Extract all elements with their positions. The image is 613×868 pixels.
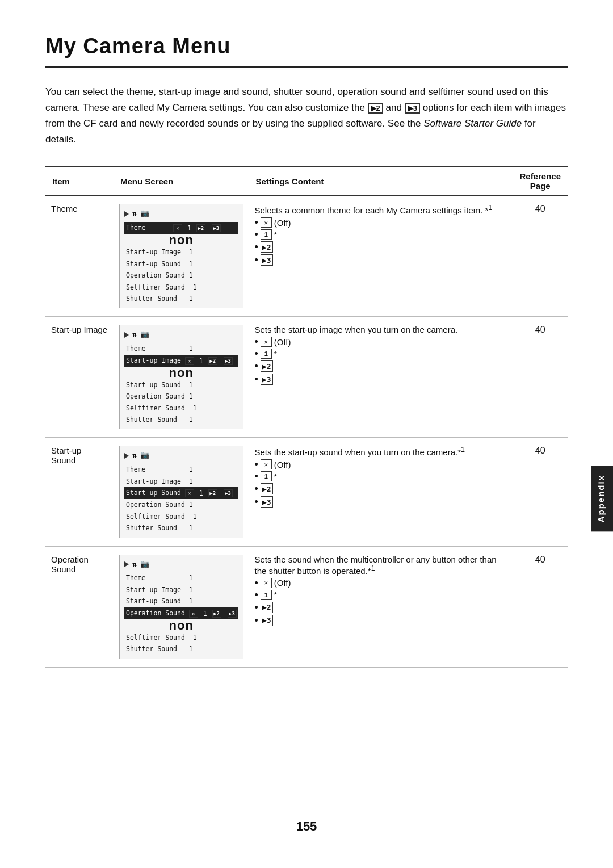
num1-icon4: 1 xyxy=(261,590,272,600)
cam-icon: 📷 xyxy=(140,208,149,220)
menu-big-text: non xyxy=(124,234,238,246)
icon-play2: ▶2 xyxy=(368,103,383,114)
off-icon: ✕ xyxy=(261,217,272,228)
icon3b: ▶3 xyxy=(261,374,273,385)
num1-icon2: 1 xyxy=(261,349,272,359)
menu-row-opsound4: Operation Sound ✕ 1 ▶2 ▶3 xyxy=(124,607,238,619)
menu-row-startupimage4: Start-up Image 1 xyxy=(124,584,238,596)
menu-row-selftimer4: Selftimer Sound 1 xyxy=(124,632,238,643)
num1-icon3: 1 xyxy=(261,471,272,481)
intro-paragraph: You can select the theme, start-up image… xyxy=(45,84,568,148)
settings-operation-sound: Sets the sound when the multicontroller … xyxy=(249,546,513,667)
menu-row-startupimage2: Start-up Image ✕ 1 ▶2 ▶3 xyxy=(124,355,238,367)
menu-row-selftimer: Selftimer Sound 1 xyxy=(124,282,238,293)
icon3d: ▶3 xyxy=(261,615,273,626)
menu-row-shuttersound2: Shutter Sound 1 xyxy=(124,414,238,425)
icon-play3: ▶3 xyxy=(405,103,420,114)
off-icon4: ✕ xyxy=(261,578,272,588)
menu-row-opsound3: Operation Sound 1 xyxy=(124,499,238,510)
ref-page-opsound: 40 xyxy=(513,546,568,667)
menu-row-selftimer2: Selftimer Sound 1 xyxy=(124,402,238,414)
menu-big-text2: non xyxy=(124,367,238,379)
icon2d: ▶2 xyxy=(261,602,273,613)
play-icon2 xyxy=(124,332,129,338)
item-theme: Theme xyxy=(45,196,114,317)
cam-icon3: 📷 xyxy=(140,450,149,462)
settings-theme: Selects a common theme for each My Camer… xyxy=(249,196,513,317)
settings-startup-sound: Sets the start-up sound when you turn on… xyxy=(249,438,513,546)
menu-big-text4: non xyxy=(124,619,238,632)
ref-page-startupsound: 40 xyxy=(513,438,568,546)
play-icon xyxy=(124,211,129,217)
menu-row-theme3: Theme 1 xyxy=(124,464,238,475)
table-row: Operation Sound ⇅ 📷 Theme 1 Start-up Ima… xyxy=(45,546,568,667)
menu-row-theme4: Theme 1 xyxy=(124,572,238,584)
cam-icon2: 📷 xyxy=(140,329,149,341)
item-startup-image: Start-up Image xyxy=(45,317,114,438)
menu-screen-startupsound: ⇅ 📷 Theme 1 Start-up Image 1 Start-up So… xyxy=(114,438,249,546)
menu-row-shuttersound4: Shutter Sound 1 xyxy=(124,643,238,655)
cam-icon4: 📷 xyxy=(140,559,149,571)
menu-screen-opsound: ⇅ 📷 Theme 1 Start-up Image 1 Start-up So… xyxy=(114,546,249,667)
icon2: ▶2 xyxy=(261,241,273,253)
menu-row-startupimage: Start-up Image 1 xyxy=(124,246,238,258)
num1-icon: 1 xyxy=(261,229,272,240)
icon2b: ▶2 xyxy=(261,360,273,372)
arrows-icon: ⇅ xyxy=(132,208,137,220)
settings-table: Item Menu Screen Settings Content Refere… xyxy=(45,166,568,668)
item-startup-sound: Start-up Sound xyxy=(45,438,114,546)
menu-row-theme2: Theme 1 xyxy=(124,343,238,354)
appendix-tab: Appendix xyxy=(591,466,613,531)
menu-row-shuttersound3: Shutter Sound 1 xyxy=(124,522,238,534)
arrows-icon3: ⇅ xyxy=(132,450,137,462)
table-row: Start-up Sound ⇅ 📷 Theme 1 Start-up Imag… xyxy=(45,438,568,546)
arrows-icon2: ⇅ xyxy=(132,329,137,341)
menu-row-theme: Theme ✕ 1 ▶2 ▶3 xyxy=(124,222,238,234)
icon2c: ▶2 xyxy=(261,483,273,494)
ref-page-startupimage: 40 xyxy=(513,317,568,438)
menu-row-opsound: Operation Sound 1 xyxy=(124,270,238,281)
menu-row-opsound2: Operation Sound 1 xyxy=(124,391,238,402)
software-guide-link: Software Starter Guide xyxy=(423,118,522,129)
page-title: My Camera Menu xyxy=(45,34,568,68)
off-icon3: ✕ xyxy=(261,459,272,469)
menu-screen-theme: ⇅ 📷 Theme ✕ 1 ▶2 ▶3 non Start-up Image 1… xyxy=(114,196,249,317)
table-row: Theme ⇅ 📷 Theme ✕ 1 ▶2 ▶3 non Start-up I… xyxy=(45,196,568,317)
settings-startup-image: Sets the start-up image when you turn on… xyxy=(249,317,513,438)
header-item: Item xyxy=(45,166,114,196)
icon3: ▶3 xyxy=(261,254,273,266)
header-menu-screen: Menu Screen xyxy=(114,166,249,196)
menu-row-startupsound2: Start-up Sound 1 xyxy=(124,379,238,391)
icon3c: ▶3 xyxy=(261,496,273,508)
header-reference-page: ReferencePage xyxy=(513,166,568,196)
table-row: Start-up Image ⇅ 📷 Theme 1 Start-up Imag… xyxy=(45,317,568,438)
arrows-icon4: ⇅ xyxy=(132,559,137,571)
page-number: 155 xyxy=(296,819,317,834)
ref-page-theme: 40 xyxy=(513,196,568,317)
header-settings-content: Settings Content xyxy=(249,166,513,196)
menu-row-shuttersound: Shutter Sound 1 xyxy=(124,293,238,304)
off-icon2: ✕ xyxy=(261,337,272,347)
menu-row-selftimer3: Selftimer Sound 1 xyxy=(124,511,238,522)
menu-row-startupsound: Start-up Sound 1 xyxy=(124,258,238,270)
menu-row-startupsound4: Start-up Sound 1 xyxy=(124,596,238,607)
play-icon3 xyxy=(124,453,129,459)
play-icon4 xyxy=(124,561,129,567)
menu-screen-startupimage: ⇅ 📷 Theme 1 Start-up Image ✕ 1 ▶2 ▶3 non… xyxy=(114,317,249,438)
item-operation-sound: Operation Sound xyxy=(45,546,114,667)
menu-row-startupsound3: Start-up Sound ✕ 1 ▶2 ▶3 xyxy=(124,487,238,499)
menu-row-startupimage3: Start-up Image 1 xyxy=(124,476,238,487)
